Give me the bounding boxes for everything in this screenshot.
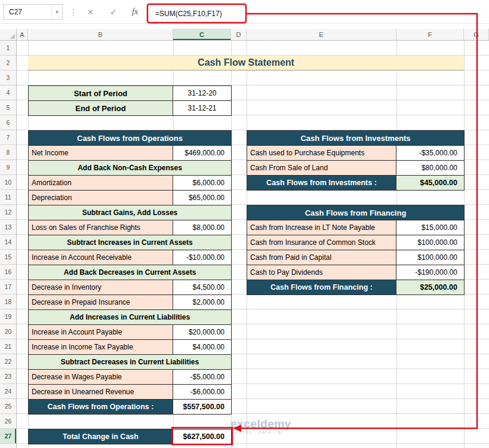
select-all-corner[interactable] (0, 29, 17, 40)
row-header-14[interactable]: 14 (0, 235, 16, 250)
item-label-cell[interactable]: Cash from Increase in LT Note Payable (247, 220, 396, 235)
item-value-cell[interactable]: $100,000.00 (396, 250, 465, 265)
item-label-cell[interactable]: Decrease in Prepaid Insurance (29, 295, 173, 310)
column-header-A[interactable]: A (17, 29, 28, 40)
row-header-4[interactable]: 4 (0, 85, 16, 100)
table-header[interactable]: Cash Flows from Investments (247, 131, 465, 146)
row-header-6[interactable]: 6 (0, 115, 16, 130)
item-label-cell[interactable]: Loss on Sales of Franchise Rights (29, 220, 173, 235)
row-header-3[interactable]: 3 (0, 70, 16, 85)
row-header-2[interactable]: 2 (0, 56, 16, 70)
item-value-cell[interactable]: $15,000.00 (396, 220, 465, 235)
section-cell[interactable]: Add Back Decreases in Current Assets (29, 265, 232, 280)
row-header-22[interactable]: 22 (0, 354, 16, 369)
row-header-21[interactable]: 21 (0, 339, 16, 354)
item-value-cell[interactable]: $6,000.00 (173, 176, 232, 191)
item-value-cell[interactable]: $469,000.00 (173, 146, 232, 161)
column-header-G[interactable]: G (464, 29, 489, 40)
item-value-cell[interactable]: $4,500.00 (173, 280, 232, 295)
row-header-27[interactable]: 27 (0, 429, 16, 444)
sheet-title-cell[interactable]: Cash Flow Statement (28, 56, 464, 70)
more-options-icon[interactable]: ⋮ (69, 0, 78, 24)
table-row: Increase in Account Receivable-$10,000.0… (29, 250, 232, 265)
row-header-1[interactable]: 1 (0, 41, 16, 56)
item-label-cell[interactable]: Increase in Account Receivable (29, 250, 173, 265)
cancel-icon[interactable]: ✕ (87, 0, 94, 24)
total-value-cell[interactable]: $25,000.00 (396, 280, 465, 295)
insert-function-icon[interactable]: fx (132, 0, 138, 24)
item-value-cell[interactable]: -$6,000.00 (173, 385, 232, 400)
row-header-17[interactable]: 17 (0, 280, 16, 294)
item-value-cell[interactable]: -$35,000.00 (396, 146, 465, 161)
period-value-cell[interactable]: 31-12-20 (173, 86, 232, 101)
item-label-cell[interactable]: Amortization (29, 176, 173, 191)
name-box[interactable]: C27 ▾ (3, 4, 63, 20)
row-header-12[interactable]: 12 (0, 205, 16, 220)
table-row: Increase in Income Tax Payable$4,000.00 (29, 340, 232, 355)
item-label-cell[interactable]: Increase in Account Payable (29, 325, 173, 340)
section-cell[interactable]: Subtract Gains, Add Losses (29, 205, 232, 220)
total-value-cell[interactable]: $557,500.00 (173, 400, 232, 415)
section-cell[interactable]: Add Back Non-Cash Expenses (29, 161, 232, 176)
total-label-cell[interactable]: Cash Flows from Investments : (247, 176, 396, 191)
column-header-D[interactable]: D (231, 29, 247, 40)
row-header-16[interactable]: 16 (0, 265, 16, 280)
item-label-cell[interactable]: Increase in Income Tax Payable (29, 340, 173, 355)
row-header-26[interactable]: 26 (0, 414, 16, 429)
item-label-cell[interactable]: Cash to Pay Dividends (247, 265, 396, 280)
row-header-19[interactable]: 19 (0, 309, 16, 324)
row-header-8[interactable]: 8 (0, 145, 16, 160)
row-header-25[interactable]: 25 (0, 399, 16, 414)
period-label-cell[interactable]: End of Period (29, 101, 173, 116)
item-label-cell[interactable]: Net Income (29, 146, 173, 161)
period-value-cell[interactable]: 31-12-21 (173, 101, 232, 116)
column-header-B[interactable]: B (28, 29, 173, 40)
item-value-cell[interactable]: -$190,000.00 (396, 265, 465, 280)
row-header-9[interactable]: 9 (0, 160, 16, 175)
row-header-5[interactable]: 5 (0, 100, 16, 115)
table-header[interactable]: Cash Flows from Operations (29, 131, 232, 146)
section-cell[interactable]: Subtract Decreases in Current Liabilitie… (29, 355, 232, 370)
item-value-cell[interactable]: $80,000.00 (396, 161, 465, 176)
item-value-cell[interactable]: $65,000.00 (173, 191, 232, 205)
item-value-cell[interactable]: $20,000.00 (173, 325, 232, 340)
item-value-cell[interactable]: $8,000.00 (173, 220, 232, 235)
item-label-cell[interactable]: Decrease in Inventory (29, 280, 173, 295)
enter-icon[interactable]: ✓ (110, 0, 117, 24)
row-header-7[interactable]: 7 (0, 130, 16, 145)
name-box-dropdown-icon[interactable]: ▾ (51, 5, 62, 19)
item-value-cell[interactable]: $2,000.00 (173, 295, 232, 310)
item-label-cell[interactable]: Cash from Paid in Capital (247, 250, 396, 265)
item-value-cell[interactable]: -$5,000.00 (173, 370, 232, 385)
section-cell[interactable]: Add Increases in Current Liabilities (29, 310, 232, 325)
item-label-cell[interactable]: Decrease in Wages Payable (29, 370, 173, 385)
grand-total-value-cell[interactable]: $627,500.00 (173, 429, 232, 444)
item-value-cell[interactable]: $100,000.00 (396, 235, 465, 250)
item-label-cell[interactable]: Decrease in Unearned Revenue (29, 385, 173, 400)
item-label-cell[interactable]: Cash used to Purchase Equipments (247, 146, 396, 161)
column-header-E[interactable]: E (247, 29, 396, 40)
item-value-cell[interactable]: $4,000.00 (173, 340, 232, 355)
section-cell[interactable]: Subtract Increases in Current Assets (29, 235, 232, 250)
total-label-cell[interactable]: Cash Flows from Financing : (247, 280, 396, 295)
item-label-cell[interactable]: Cash from Insurance of Common Stock (247, 235, 396, 250)
grand-total-label-cell[interactable]: Total Change in Cash (29, 429, 173, 444)
row-header-20[interactable]: 20 (0, 324, 16, 339)
row-header-23[interactable]: 23 (0, 369, 16, 384)
column-header-C[interactable]: C (173, 29, 231, 40)
row-header-10[interactable]: 10 (0, 175, 16, 190)
formula-input[interactable]: =SUM(C25,F10,F17) (149, 5, 245, 22)
total-label-cell[interactable]: Cash Flows from Operations : (29, 400, 173, 415)
table-header[interactable]: Cash Flows from Financing (247, 205, 465, 220)
column-header-F[interactable]: F (396, 29, 464, 40)
total-value-cell[interactable]: $45,000.00 (396, 176, 465, 191)
row-header-15[interactable]: 15 (0, 250, 16, 265)
row-header-11[interactable]: 11 (0, 190, 16, 205)
item-label-cell[interactable]: Cash From Sale of Land (247, 161, 396, 176)
period-label-cell[interactable]: Start of Period (29, 86, 173, 101)
row-header-13[interactable]: 13 (0, 220, 16, 235)
item-label-cell[interactable]: Depreciation (29, 191, 173, 205)
row-header-18[interactable]: 18 (0, 294, 16, 309)
item-value-cell[interactable]: -$10,000.00 (173, 250, 232, 265)
row-header-24[interactable]: 24 (0, 384, 16, 399)
